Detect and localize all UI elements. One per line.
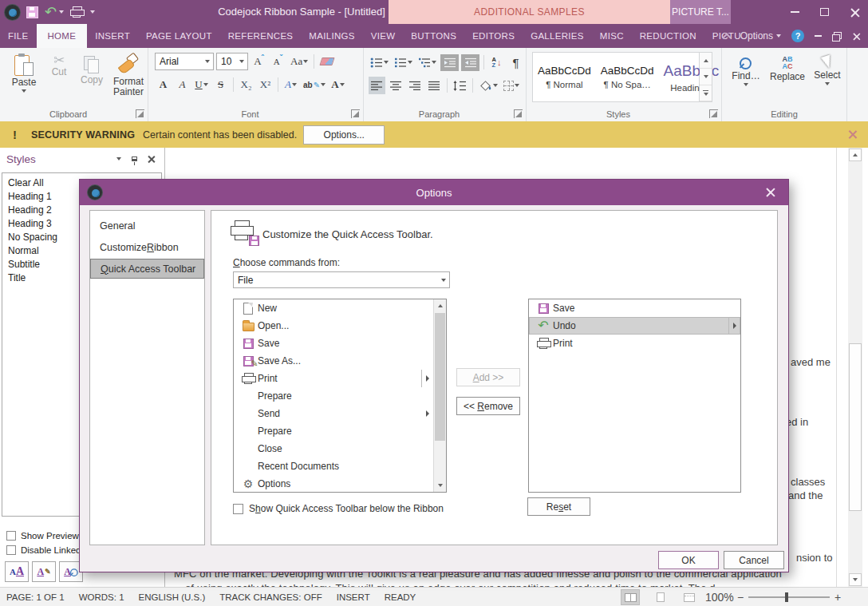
tab-home[interactable]: HOME	[37, 24, 88, 48]
command-row-recent-documents[interactable]: Recent Documents	[234, 457, 446, 475]
text-color-button[interactable]: A	[329, 76, 346, 93]
document-close-icon[interactable]	[852, 32, 860, 40]
italic-button[interactable]: A	[174, 76, 191, 93]
font-color-button[interactable]: A	[282, 76, 299, 93]
minimize-icon[interactable]	[791, 11, 799, 13]
qat-row-print[interactable]: Print	[529, 335, 740, 352]
qat-undo-button[interactable]: ↶	[45, 5, 64, 19]
tab-mailings[interactable]: MAILINGS	[301, 24, 362, 48]
clipboard-dialog-launcher-icon[interactable]	[136, 109, 144, 118]
style-item-no-spacing[interactable]: AaBbCcDd ¶ No Spa…	[596, 53, 659, 101]
paste-button[interactable]: Paste	[5, 50, 43, 93]
command-row-prepare[interactable]: Prepare	[234, 387, 446, 405]
available-commands-list[interactable]: New Open... Save ✎ Save As... Print	[233, 299, 447, 493]
document-scrollbar[interactable]	[848, 148, 862, 587]
copy-button[interactable]: Copy	[74, 52, 109, 85]
command-row-prepare-2[interactable]: Prepare	[234, 422, 446, 440]
print-layout-button[interactable]	[651, 589, 670, 605]
status-track-changes[interactable]: TRACK CHANGES: OFF	[219, 592, 322, 602]
style-item-heading1[interactable]: AaBbCc Heading 1	[659, 53, 724, 101]
dialog-title-bar[interactable]: Options	[80, 180, 788, 205]
tab-file[interactable]: FILE	[0, 24, 37, 48]
zoom-slider-thumb[interactable]	[785, 592, 788, 602]
status-insert-mode[interactable]: INSERT	[337, 592, 370, 602]
tab-reduction[interactable]: REDUCTION	[632, 24, 704, 48]
superscript-button[interactable]: X²	[257, 76, 274, 93]
font-dialog-launcher-icon[interactable]	[351, 109, 360, 118]
zoom-out-button[interactable]: −	[737, 588, 744, 606]
shading-button[interactable]	[477, 77, 499, 94]
add-button[interactable]: Add >>	[456, 368, 520, 386]
command-row-print[interactable]: Print	[234, 370, 446, 387]
remove-button[interactable]: << Remove	[456, 397, 520, 415]
tab-editors[interactable]: EDITORS	[464, 24, 523, 48]
gallery-scroll-up-button[interactable]	[700, 53, 712, 69]
increase-indent-button[interactable]	[461, 54, 479, 71]
font-size-combo[interactable]: 10	[216, 53, 248, 70]
qat-row-save[interactable]: Save	[529, 299, 740, 317]
decrease-indent-button[interactable]	[440, 54, 459, 71]
qat-row-undo[interactable]: ↶ Undo	[529, 317, 740, 335]
ok-button[interactable]: OK	[658, 551, 719, 569]
subscript-button[interactable]: X₂	[238, 76, 254, 93]
close-icon[interactable]	[850, 7, 860, 18]
pane-dropdown-icon[interactable]	[116, 157, 121, 160]
status-words[interactable]: WORDS: 1	[79, 592, 124, 602]
scroll-down-button[interactable]	[849, 573, 862, 586]
align-right-button[interactable]	[407, 77, 424, 94]
reset-button[interactable]: Reset	[527, 497, 590, 516]
font-family-combo[interactable]: Arial	[155, 53, 214, 70]
paragraph-dialog-launcher-icon[interactable]	[514, 109, 523, 118]
tab-page-layout[interactable]: PAGE LAYOUT	[138, 24, 220, 48]
command-row-send[interactable]: Send	[234, 405, 446, 422]
align-left-button[interactable]	[369, 77, 385, 94]
bullets-button[interactable]	[369, 53, 390, 71]
qat-print-button[interactable]	[70, 6, 84, 18]
ribbon-options-menu-button[interactable]: Options	[740, 30, 781, 42]
contextual-tab-group-additional-samples[interactable]: ADDITIONAL SAMPLES	[389, 0, 670, 24]
tab-insert[interactable]: INSERT	[87, 24, 138, 48]
qat-save-button[interactable]	[26, 6, 38, 18]
clear-formatting-button[interactable]	[318, 53, 335, 70]
style-item-normal[interactable]: AaBbCcDd ¶ Normal	[533, 53, 596, 101]
document-restore-icon[interactable]	[832, 32, 841, 40]
web-layout-button[interactable]	[680, 589, 699, 605]
command-row-save[interactable]: Save	[234, 335, 446, 352]
dialog-close-icon[interactable]	[766, 188, 775, 197]
strikethrough-button[interactable]: S	[212, 76, 229, 93]
collapse-ribbon-chevron-icon[interactable]	[722, 33, 731, 42]
scrollbar-thumb[interactable]	[849, 343, 862, 511]
show-paragraph-marks-button[interactable]: ¶	[507, 53, 524, 71]
format-painter-button[interactable]: Format Painter	[109, 50, 148, 97]
warning-options-button[interactable]: Options...	[303, 125, 385, 145]
pane-close-icon[interactable]	[148, 156, 155, 163]
line-spacing-button[interactable]	[452, 77, 468, 94]
numbering-button[interactable]	[393, 53, 414, 71]
warning-close-icon[interactable]	[848, 130, 857, 139]
contextual-tab-group-picture-tools[interactable]: PICTURE T...	[670, 0, 731, 24]
help-button[interactable]: ?	[791, 30, 804, 42]
replace-button[interactable]: AB AC Replace	[765, 52, 810, 82]
sort-button[interactable]: AZ ↓	[488, 53, 505, 71]
show-below-checkbox[interactable]: Show Quick Access Toolbar below the Ribb…	[233, 503, 444, 514]
qat-commands-list[interactable]: Save ↶ Undo Print	[528, 299, 741, 493]
read-mode-button[interactable]	[621, 589, 640, 605]
align-center-button[interactable]	[388, 77, 404, 94]
shrink-font-button[interactable]: A ˇ	[270, 53, 286, 70]
cut-button[interactable]: ✂ Cut	[45, 51, 73, 77]
styles-dialog-launcher-icon[interactable]	[709, 109, 718, 118]
scroll-down-button[interactable]	[434, 479, 446, 492]
maximize-icon[interactable]	[820, 8, 829, 16]
command-row-new[interactable]: New	[234, 299, 446, 317]
multilevel-list-button[interactable]	[416, 53, 438, 71]
scrollbar-thumb[interactable]	[435, 313, 445, 441]
command-row-open[interactable]: Open...	[234, 317, 446, 335]
zoom-in-button[interactable]: +	[834, 588, 841, 606]
commands-from-combo[interactable]: File	[233, 271, 450, 288]
app-logo-icon[interactable]	[5, 5, 20, 20]
qat-menu-button[interactable]	[90, 10, 95, 14]
justify-button[interactable]	[426, 77, 443, 94]
tab-galleries[interactable]: GALLERIES	[523, 24, 592, 48]
text-highlight-button[interactable]: ab ✎	[302, 76, 327, 93]
zoom-level[interactable]: 100%	[705, 588, 734, 606]
